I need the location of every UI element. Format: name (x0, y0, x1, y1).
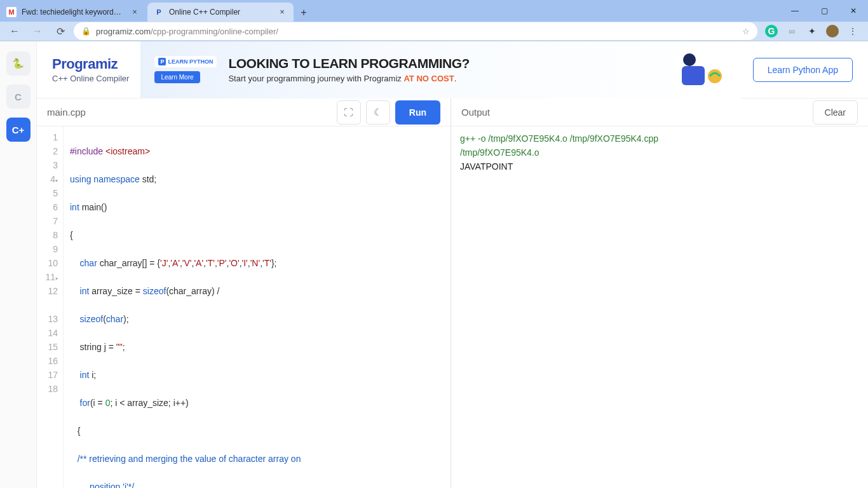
code-body[interactable]: #include <iostream> using namespace std;… (64, 126, 307, 488)
programiz-icon: P (154, 7, 164, 17)
browser-tab-gmail[interactable]: M Fwd: techiedelight keywords list - × (0, 3, 146, 22)
promo-headline: LOOKING TO LEARN PROGRAMMING? (228, 56, 469, 71)
minimize-button[interactable]: — (780, 0, 810, 22)
address-bar[interactable]: 🔒 programiz.com/cpp-programming/online-c… (74, 22, 757, 40)
tab-title: Online C++ Compiler (169, 8, 272, 17)
brand-subtitle: C++ Online Compiler (52, 74, 129, 83)
extension-icon[interactable]: ∞ (785, 25, 798, 37)
extensions-puzzle-icon[interactable]: ✦ (806, 25, 818, 37)
page-content: 🐍 C C+ Programiz C++ Online Compiler PLE… (0, 41, 868, 488)
star-icon[interactable]: ☆ (742, 27, 750, 36)
extension-icons: G ∞ ✦ ⋮ (761, 25, 863, 37)
output-pane: Output Clear g++ -o /tmp/9fXO7E95K4.o /t… (451, 98, 868, 488)
promo-sub: Start your programming journey with Prog… (228, 74, 469, 83)
forward-button[interactable]: → (28, 22, 47, 41)
profile-avatar[interactable] (826, 25, 839, 37)
promo-learn-more[interactable]: Learn More (154, 71, 200, 83)
back-button[interactable]: ← (5, 22, 24, 41)
maximize-button[interactable]: ▢ (810, 0, 839, 22)
top-banner: Programiz C++ Online Compiler PLEARN PYT… (37, 41, 868, 98)
grammarly-icon[interactable]: G (765, 25, 778, 37)
close-icon[interactable]: × (277, 7, 287, 17)
promo-left: PLEARN PYTHON Learn More (154, 56, 217, 83)
browser-titlebar: M Fwd: techiedelight keywords list - × P… (0, 0, 868, 22)
dark-mode-button[interactable]: ☾ (366, 100, 390, 125)
learn-python-button[interactable]: Learn Python App (753, 58, 853, 82)
filename: main.cpp (47, 107, 86, 118)
editor-pane: main.cpp ⛶ ☾ Run 1234▾567891011▾12 13141… (37, 98, 451, 488)
promo-text: LOOKING TO LEARN PROGRAMMING? Start your… (228, 56, 469, 83)
lock-icon: 🔒 (81, 27, 91, 36)
sidebar-c[interactable]: C (6, 85, 31, 109)
workarea: main.cpp ⛶ ☾ Run 1234▾567891011▾12 13141… (37, 98, 868, 488)
svg-point-0 (683, 53, 696, 66)
output-line: /tmp/9fXO7E95K4.o (460, 146, 859, 159)
new-tab-button[interactable]: + (295, 4, 313, 22)
output-text[interactable]: g++ -o /tmp/9fXO7E95K4.o /tmp/9fXO7E95K4… (451, 126, 868, 488)
code-editor[interactable]: 1234▾567891011▾12 131415161718 #include … (37, 126, 451, 488)
output-header: Output Clear (451, 98, 868, 126)
output-label: Output (461, 107, 490, 118)
browser-tab-programiz[interactable]: P Online C++ Compiler × (147, 3, 294, 22)
gmail-icon: M (6, 7, 17, 17)
browser-toolbar: ← → ⟳ 🔒 programiz.com/cpp-programming/on… (0, 22, 868, 41)
brand: Programiz C++ Online Compiler (52, 56, 129, 83)
menu-icon[interactable]: ⋮ (846, 25, 859, 37)
output-line: JAVATPOINT (460, 159, 859, 173)
reload-button[interactable]: ⟳ (51, 22, 70, 41)
sidebar-cpp[interactable]: C+ (6, 118, 31, 142)
promo-illustration (670, 44, 728, 95)
language-sidebar: 🐍 C C+ (0, 41, 37, 488)
svg-rect-1 (682, 66, 705, 85)
promo-badge: PLEARN PYTHON (154, 56, 217, 67)
tab-title: Fwd: techiedelight keywords list - (22, 8, 125, 17)
output-line: g++ -o /tmp/9fXO7E95K4.o /tmp/9fXO7E95K4… (460, 132, 859, 146)
browser-tabs: M Fwd: techiedelight keywords list - × P… (0, 0, 313, 22)
clear-button[interactable]: Clear (813, 100, 858, 125)
editor-header: main.cpp ⛶ ☾ Run (37, 98, 451, 126)
line-gutter: 1234▾567891011▾12 131415161718 (37, 126, 64, 488)
brand-logo[interactable]: Programiz (52, 56, 129, 72)
window-controls: — ▢ ✕ (780, 0, 868, 22)
close-icon[interactable]: × (130, 7, 140, 17)
promo-banner[interactable]: PLEARN PYTHON Learn More LOOKING TO LEAR… (140, 41, 741, 98)
fullscreen-button[interactable]: ⛶ (337, 100, 361, 125)
url-text: programiz.com/cpp-programming/online-com… (96, 27, 737, 36)
run-button[interactable]: Run (395, 100, 440, 125)
close-window-button[interactable]: ✕ (839, 0, 868, 22)
main-area: Programiz C++ Online Compiler PLEARN PYT… (37, 41, 868, 488)
sidebar-python[interactable]: 🐍 (6, 51, 31, 76)
